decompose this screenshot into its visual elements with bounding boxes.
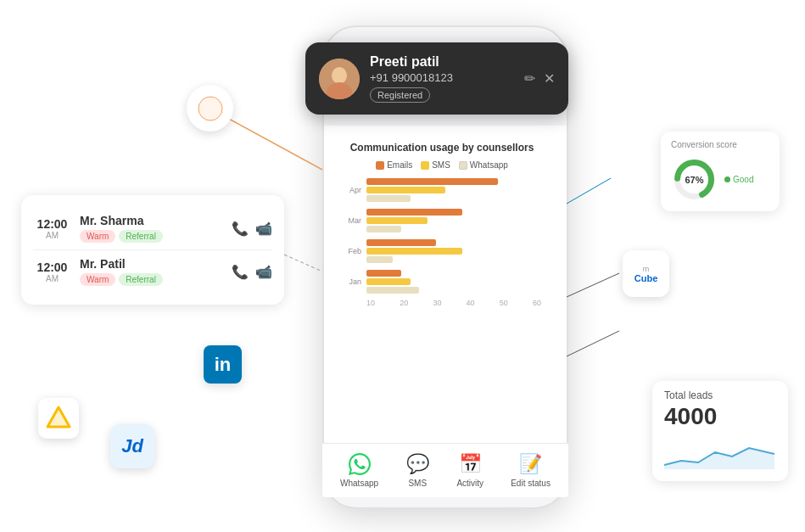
svg-line-2 bbox=[567, 178, 611, 204]
bar-label-mar: Mar bbox=[343, 216, 361, 225]
chart-area: Communication usage by counsellors Email… bbox=[331, 132, 553, 317]
svg-marker-14 bbox=[48, 407, 70, 427]
nav-activity[interactable]: 📅 Activity bbox=[456, 452, 484, 488]
bar-jan-whatsapp bbox=[366, 287, 419, 294]
conversion-title: Conversion score bbox=[671, 140, 769, 149]
bar-group-jan bbox=[366, 270, 541, 294]
leads-title: Total leads bbox=[664, 389, 776, 401]
contact-name: Preeti patil bbox=[370, 54, 514, 70]
edit-status-nav-label: Edit status bbox=[511, 479, 551, 488]
contact-phone: +91 9900018123 bbox=[370, 71, 514, 84]
bar-row-jan: Jan bbox=[343, 270, 541, 294]
bar-group-apr bbox=[366, 178, 541, 202]
bar-group-mar bbox=[366, 209, 541, 232]
whatsapp-label: Whatsapp bbox=[470, 160, 508, 170]
bar-feb-sms bbox=[366, 248, 462, 255]
jd-text: Jd bbox=[121, 435, 143, 457]
bar-jan-sms bbox=[366, 278, 411, 285]
axis-30: 30 bbox=[433, 299, 441, 307]
avatar bbox=[319, 59, 360, 99]
leads-sparkline bbox=[664, 435, 774, 469]
bar-mar-email bbox=[366, 209, 462, 216]
bar-label-jan: Jan bbox=[343, 277, 361, 286]
phone-icon-sharma[interactable]: 📞 bbox=[232, 221, 249, 237]
activity-nav-label: Activity bbox=[456, 479, 484, 488]
time-sharma: 12:00 AM bbox=[33, 217, 71, 240]
good-text: Good bbox=[733, 175, 753, 184]
svg-line-3 bbox=[567, 273, 619, 297]
chart-title: Communication usage by counsellors bbox=[343, 142, 541, 154]
tags-sharma: Warm Referral bbox=[80, 230, 223, 243]
bar-row-feb: Feb bbox=[343, 239, 541, 263]
edit-icon[interactable]: ✏ bbox=[524, 70, 535, 87]
video-icon-patil[interactable]: 📹 bbox=[255, 264, 272, 280]
bar-apr-whatsapp bbox=[366, 195, 411, 202]
bar-apr-email bbox=[366, 178, 498, 185]
schedule-panel: 12:00 AM Mr. Sharma Warm Referral 📞 📹 12… bbox=[21, 195, 284, 305]
contact-info: Preeti patil +91 9900018123 Registered bbox=[370, 54, 514, 103]
leads-card: Total leads 4000 bbox=[652, 381, 788, 481]
svg-line-1 bbox=[284, 255, 322, 272]
chart-axis: 10 20 30 40 50 60 bbox=[366, 299, 541, 307]
schedule-details-sharma: Mr. Sharma Warm Referral bbox=[80, 214, 223, 243]
whatsapp-dot bbox=[459, 161, 467, 170]
contact-registered-badge: Registered bbox=[370, 87, 430, 103]
axis-60: 60 bbox=[533, 299, 541, 307]
mcube-logo: m Cube bbox=[623, 250, 669, 297]
mcube-main-text: Cube bbox=[634, 273, 658, 283]
referral-tag-sharma: Referral bbox=[119, 230, 163, 243]
conversion-good-label: Good bbox=[724, 175, 753, 184]
axis-10: 10 bbox=[366, 299, 375, 307]
whatsapp-icon bbox=[348, 452, 372, 476]
chart-legend: Emails SMS Whatsapp bbox=[343, 160, 541, 170]
close-icon[interactable]: ✕ bbox=[544, 70, 555, 87]
mcube-top-text: m bbox=[643, 265, 650, 273]
legend-whatsapp: Whatsapp bbox=[459, 160, 508, 170]
conversion-circle-area: 67% Good bbox=[671, 156, 769, 203]
just-dial-logo: Jd bbox=[110, 424, 154, 468]
nav-sms[interactable]: 💬 SMS bbox=[405, 452, 429, 488]
phone-icon-patil[interactable]: 📞 bbox=[232, 264, 249, 280]
legend-sms: SMS bbox=[421, 160, 450, 170]
bar-mar-sms bbox=[366, 217, 428, 224]
name-sharma: Mr. Sharma bbox=[80, 214, 223, 227]
email-dot bbox=[376, 161, 384, 170]
sms-icon: 💬 bbox=[405, 452, 429, 476]
bar-feb-whatsapp bbox=[366, 256, 393, 263]
schedule-details-patil: Mr. Patil Warm Referral bbox=[80, 257, 223, 286]
bottom-nav: Whatsapp 💬 SMS 📅 Activity 📝 Edit status bbox=[322, 443, 568, 496]
warm-tag-patil: Warm bbox=[80, 273, 115, 286]
good-dot bbox=[724, 176, 730, 182]
axis-40: 40 bbox=[467, 299, 475, 307]
legend-emails: Emails bbox=[376, 160, 412, 170]
bar-jan-email bbox=[366, 270, 401, 277]
chart-bars: Apr Mar Feb bbox=[343, 178, 541, 294]
name-patil: Mr. Patil bbox=[80, 257, 223, 271]
bar-label-feb: Feb bbox=[343, 247, 361, 255]
bar-row-mar: Mar bbox=[343, 209, 541, 232]
conversion-card: Conversion score 67% Good bbox=[661, 132, 780, 211]
time-sub-patil: AM bbox=[33, 274, 71, 283]
scene: Communication usage by counsellors Email… bbox=[0, 0, 805, 532]
linkedin-logo: in bbox=[204, 345, 242, 384]
whatsapp-nav-label: Whatsapp bbox=[340, 479, 378, 488]
nav-whatsapp[interactable]: Whatsapp bbox=[340, 452, 378, 488]
video-icon-sharma[interactable]: 📹 bbox=[255, 221, 272, 237]
nav-edit-status[interactable]: 📝 Edit status bbox=[511, 452, 551, 488]
bar-apr-sms bbox=[366, 187, 445, 193]
referral-tag-patil: Referral bbox=[119, 273, 163, 286]
schedule-icons-patil: 📞 📹 bbox=[232, 264, 272, 280]
svg-line-4 bbox=[567, 331, 619, 356]
sms-dot bbox=[421, 161, 429, 170]
linkedin-text: in bbox=[215, 354, 232, 376]
bar-group-feb bbox=[366, 239, 541, 263]
warm-tag-sharma: Warm bbox=[80, 230, 115, 243]
call-transfer-bubble[interactable]: 📲 bbox=[187, 85, 233, 132]
email-label: Emails bbox=[387, 160, 412, 170]
time-main-patil: 12:00 bbox=[33, 260, 71, 274]
contact-card: Preeti patil +91 9900018123 Registered ✏… bbox=[305, 42, 568, 115]
google-ads-logo bbox=[38, 398, 79, 439]
bar-label-apr: Apr bbox=[343, 186, 361, 194]
activity-icon: 📅 bbox=[458, 452, 482, 476]
bar-row-apr: Apr bbox=[343, 178, 541, 202]
